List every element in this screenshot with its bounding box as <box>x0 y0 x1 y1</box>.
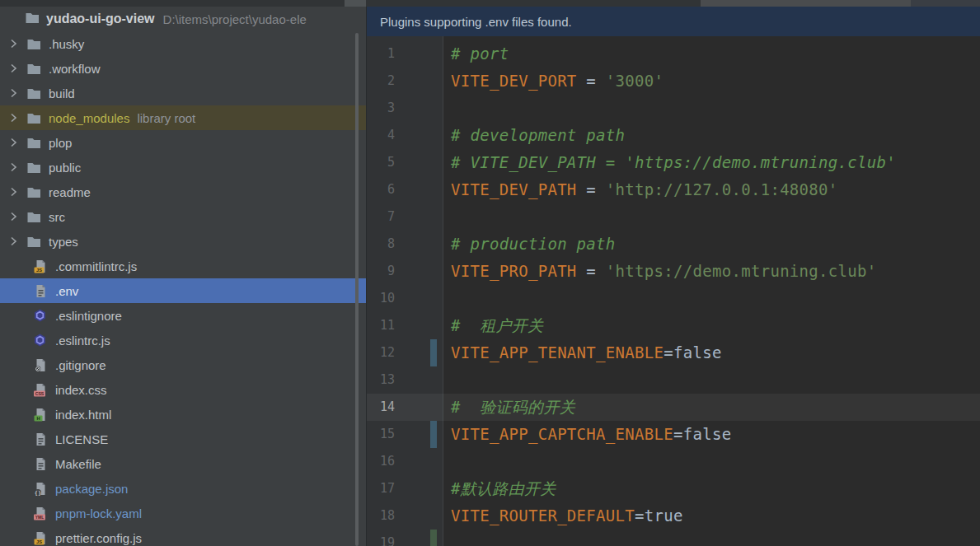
top-strip-scrollbar-thumb[interactable] <box>701 0 911 7</box>
js-file-icon: JS <box>31 530 48 545</box>
tree-item--husky[interactable]: .husky <box>0 31 366 56</box>
tree-item-label: index.css <box>55 383 107 397</box>
token-val: false <box>673 343 722 362</box>
chevron-right-icon[interactable] <box>7 37 25 50</box>
tree-item--commitlintrc-js[interactable]: JS.commitlintrc.js <box>0 254 366 278</box>
line-number[interactable]: 18 <box>367 502 443 530</box>
chevron-right-icon[interactable] <box>7 86 25 100</box>
tree-item-plop[interactable]: plop <box>0 130 366 155</box>
folder-icon <box>25 160 41 175</box>
token-key: VITE_DEV_PORT <box>451 72 577 90</box>
code-line-text[interactable]: # development path <box>443 122 980 149</box>
folder-icon <box>25 61 41 76</box>
code-line-text[interactable]: VITE_DEV_PORT = '3000' <box>443 68 980 95</box>
tree-item--env[interactable]: .env <box>0 278 366 303</box>
token-com: # production path <box>451 235 616 253</box>
tree-item-index-css[interactable]: CSSindex.css <box>0 377 366 402</box>
code-line-text[interactable]: VITE_DEV_PATH = 'http://127.0.0.1:48080' <box>443 176 980 203</box>
line-number[interactable]: 5 <box>367 149 443 176</box>
token-op: = <box>577 262 606 280</box>
code-line-text[interactable]: VITE_APP_TENANT_ENABLE=false <box>443 339 980 366</box>
code-line-text[interactable] <box>443 95 980 122</box>
tree-item--eslintrc-js[interactable]: .eslintrc.js <box>0 328 366 352</box>
tree-item-public[interactable]: public <box>0 155 366 180</box>
folder-icon <box>25 110 41 125</box>
folder-icon <box>25 11 39 28</box>
tree-item-label: Makefile <box>55 457 101 471</box>
line-number[interactable]: 10 <box>367 285 443 312</box>
chevron-right-icon[interactable] <box>7 111 25 124</box>
tree-item--eslintignore[interactable]: .eslintignore <box>0 303 366 328</box>
token-com: # 租户开关 <box>451 316 543 334</box>
line-number[interactable]: 3 <box>367 95 443 122</box>
tree-item-src[interactable]: src <box>0 204 366 229</box>
editor-line-4: 4# development path <box>367 122 980 149</box>
code-line-text[interactable] <box>443 366 980 394</box>
editor-line-5: 5# VITE_DEV_PATH = 'https://demo.mtrunin… <box>367 149 980 176</box>
folder-icon <box>25 86 41 100</box>
tree-item-readme[interactable]: readme <box>0 180 366 204</box>
editor-line-14: 14# 验证码的开关 <box>367 394 980 421</box>
tree-item-pnpm-lock-yaml[interactable]: YMLpnpm-lock.yaml <box>0 501 366 525</box>
line-number[interactable]: 9 <box>367 258 443 285</box>
line-number[interactable]: 1 <box>367 40 443 68</box>
line-number[interactable]: 11 <box>367 312 443 339</box>
json-file-icon: {} <box>31 481 48 496</box>
code-line-text[interactable]: #默认路由开关 <box>443 475 980 502</box>
notification-banner-text: Plugins supporting .env files found. <box>380 15 572 29</box>
line-number[interactable]: 4 <box>367 122 443 149</box>
chevron-right-icon[interactable] <box>7 161 25 174</box>
code-line-text[interactable]: VITE_ROUTER_DEFAULT=true <box>443 502 980 530</box>
code-line-text[interactable]: # 租户开关 <box>443 312 980 339</box>
tree-item-label: types <box>49 235 78 249</box>
code-line-text[interactable]: VITE_PRO_PATH = 'https://demo.mtruning.c… <box>443 258 980 285</box>
chevron-right-icon[interactable] <box>7 136 25 149</box>
tree-item-build[interactable]: build <box>0 81 366 105</box>
tree-item-types[interactable]: types <box>0 229 366 254</box>
line-number[interactable]: 6 <box>367 176 443 203</box>
line-number[interactable]: 13 <box>367 366 443 394</box>
code-line-text[interactable]: VITE_APP_CAPTCHA_ENABLE=false <box>443 421 980 448</box>
chevron-right-icon[interactable] <box>7 62 25 75</box>
line-number[interactable]: 2 <box>367 68 443 95</box>
tree-item-node-modules[interactable]: node_moduleslibrary root <box>0 105 366 130</box>
chevron-right-icon[interactable] <box>7 185 25 198</box>
line-number[interactable]: 17 <box>367 475 443 502</box>
chevron-right-icon[interactable] <box>7 210 25 223</box>
ide-window: yudao-ui-go-view D:\items\project\yudao-… <box>0 0 980 546</box>
code-line-text[interactable] <box>443 530 980 546</box>
tree-item--workflow[interactable]: .workflow <box>0 56 366 81</box>
vcs-change-marker[interactable] <box>430 421 437 448</box>
tree-item--gitignore[interactable]: .gitignore <box>0 352 366 377</box>
window-top-strip <box>0 0 980 7</box>
tree-item-prettier-config-js[interactable]: JSprettier.config.js <box>0 525 366 546</box>
line-number[interactable]: 7 <box>367 203 443 231</box>
line-number[interactable]: 12 <box>367 339 443 366</box>
line-number[interactable]: 8 <box>367 231 443 258</box>
project-root-row[interactable]: yudao-ui-go-view D:\items\project\yudao-… <box>0 7 366 31</box>
tree-item-makefile[interactable]: Makefile <box>0 451 366 476</box>
tree-item-package-json[interactable]: {}package.json <box>0 476 366 501</box>
tree-item-license[interactable]: LICENSE <box>0 427 366 451</box>
token-key: VITE_PRO_PATH <box>451 262 577 280</box>
code-line-text[interactable] <box>443 203 980 231</box>
code-line-text[interactable]: # port <box>443 40 980 68</box>
editor-line-11: 11# 租户开关 <box>367 312 980 339</box>
line-number[interactable]: 19 <box>367 530 443 546</box>
code-line-text[interactable] <box>443 285 980 312</box>
tree-item-index-html[interactable]: Hindex.html <box>0 402 366 427</box>
line-number[interactable]: 16 <box>367 448 443 475</box>
line-number[interactable]: 14 <box>367 394 443 421</box>
line-number[interactable]: 15 <box>367 421 443 448</box>
code-line-text[interactable]: # VITE_DEV_PATH = 'https://demo.mtruning… <box>443 149 980 176</box>
vcs-change-marker[interactable] <box>430 530 437 546</box>
tree-item-label: .husky <box>49 37 84 51</box>
notification-banner[interactable]: Plugins supporting .env files found. <box>367 7 980 36</box>
vcs-change-marker[interactable] <box>430 339 437 366</box>
code-line-text[interactable]: # production path <box>443 231 980 258</box>
code-line-text[interactable] <box>443 448 980 475</box>
project-tree-scrollbar[interactable] <box>355 33 359 546</box>
code-line-text[interactable]: # 验证码的开关 <box>443 394 980 421</box>
chevron-right-icon[interactable] <box>7 235 25 248</box>
token-com: # 验证码的开关 <box>451 398 575 416</box>
